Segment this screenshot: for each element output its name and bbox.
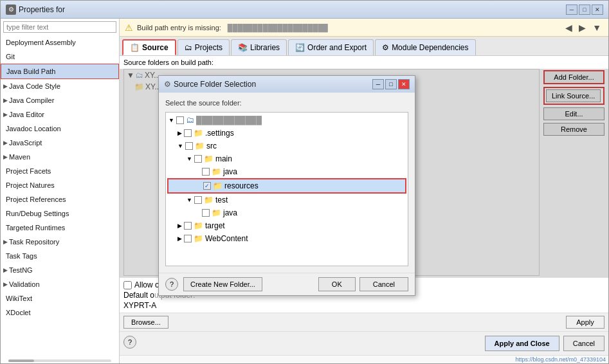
content-area: Deployment Assembly Git Java Build Path … [1, 19, 608, 363]
sidebar-item-validation[interactable]: ▶ Validation [1, 277, 119, 291]
tree-target-checkbox[interactable] [184, 222, 192, 230]
tree-root-checkbox[interactable] [176, 116, 184, 124]
tree-java-main-checkbox[interactable] [202, 168, 210, 176]
tab-libraries[interactable]: 📚 Libraries [231, 39, 287, 55]
dialog-icon: ⚙ [164, 80, 171, 89]
settings-folder-icon: 📁 [194, 127, 203, 139]
tree-target[interactable]: ▶ 📁 target [167, 219, 406, 232]
sidebar-item-project-references[interactable]: Project References [1, 192, 119, 206]
tree-webcontent[interactable]: ▶ 📁 WebContent [167, 232, 406, 245]
sidebar-item-deployment-assembly[interactable]: Deployment Assembly [1, 35, 119, 50]
xyprt-value: XYPRT-A [123, 301, 156, 310]
dialog-title-bar: ⚙ Source Folder Selection ─ □ ✕ [159, 76, 415, 93]
warning-text: Build path entry is missing: [137, 24, 221, 32]
xyprt-row: XYPRT-A [123, 301, 604, 310]
filter-input[interactable] [3, 21, 116, 33]
sidebar-item-java-build-path[interactable]: Java Build Path [1, 64, 119, 79]
java-test-folder-icon: 📁 [212, 207, 221, 219]
tab-order-export[interactable]: 🔄 Order and Export [288, 39, 374, 55]
sidebar-item-project-natures[interactable]: Project Natures [1, 178, 119, 192]
window-title: Properties for [19, 5, 65, 14]
right-panel: ⚠ Build path entry is missing: █████████… [120, 19, 608, 363]
sidebar-item-project-facets[interactable]: Project Facets [1, 164, 119, 178]
sidebar-item-task-repository[interactable]: ▶ Task Repository [1, 235, 119, 249]
tab-order-label: Order and Export [307, 43, 367, 52]
title-bar: ⚙ Properties for ─ □ ✕ [1, 1, 608, 19]
src-folder-icon: 📁 [195, 140, 205, 152]
final-buttons-bar: ? Apply and Close Cancel [120, 331, 608, 355]
close-button[interactable]: ✕ [592, 5, 603, 15]
tree-java-test[interactable]: ▶ 📁 java [167, 206, 406, 219]
dialog-bottom: ? Create New Folder... OK Cancel [159, 273, 415, 295]
dialog-cancel-button[interactable]: Cancel [359, 277, 408, 291]
tree-test-checkbox[interactable] [194, 196, 202, 204]
tree-src[interactable]: ▼ 📁 src [167, 140, 406, 152]
tree-main-checkbox[interactable] [194, 155, 202, 163]
dialog-maximize-button[interactable]: □ [385, 79, 397, 89]
dialog-instruction: Select the source folder: [165, 99, 408, 107]
apply-button[interactable]: Apply [566, 316, 604, 329]
tree-main[interactable]: ▼ 📁 main [167, 152, 406, 165]
tree-test[interactable]: ▼ 📁 test [167, 194, 406, 206]
sidebar-item-wikitext[interactable]: WikiText [1, 291, 119, 305]
webcontent-folder-icon: 📁 [194, 233, 203, 244]
help-container: ? [123, 336, 136, 351]
tab-source-label: Source [142, 43, 168, 52]
test-folder-icon: 📁 [204, 194, 214, 206]
cancel-button[interactable]: Cancel [563, 336, 604, 351]
sidebar-item-testng[interactable]: ▶ TestNG [1, 263, 119, 277]
sidebar-item-javadoc-location[interactable]: Javadoc Location [1, 122, 119, 136]
projects-tab-icon: 🗂 [185, 43, 192, 52]
create-folder-button[interactable]: Create New Folder... [183, 277, 262, 291]
tree-settings[interactable]: ▶ 📁 .settings [167, 127, 406, 140]
properties-window: ⚙ Properties for ─ □ ✕ Deployment Assemb… [0, 0, 609, 364]
tree-settings-checkbox[interactable] [184, 129, 192, 137]
warning-bar: ⚠ Build path entry is missing: █████████… [120, 19, 608, 37]
sidebar-item-xdoclet[interactable]: XDoclet [1, 305, 119, 320]
tab-source[interactable]: 📋 Source [122, 39, 176, 55]
title-controls: ─ □ ✕ [566, 5, 603, 15]
sidebar-item-maven[interactable]: ▶ Maven [1, 150, 119, 164]
tree-webcontent-checkbox[interactable] [184, 235, 192, 242]
sidebar-item-run-debug-settings[interactable]: Run/Debug Settings [1, 206, 119, 221]
sidebar-item-java-code-style[interactable]: ▶ Java Code Style [1, 79, 119, 93]
sidebar-item-git[interactable]: Git [1, 50, 119, 64]
tab-projects-label: Projects [195, 43, 223, 52]
dialog-help-button[interactable]: ? [165, 278, 178, 291]
tree-src-checkbox[interactable] [185, 142, 193, 150]
sidebar-item-java-compiler[interactable]: ▶ Java Compiler [1, 93, 119, 107]
dialog-minimize-button[interactable]: ─ [372, 79, 384, 89]
warning-icon: ⚠ [125, 23, 133, 33]
minimize-button[interactable]: ─ [566, 5, 577, 15]
main-folder-icon: 📁 [204, 153, 214, 165]
nav-back-button[interactable]: ◀ [563, 23, 574, 33]
tab-module-deps[interactable]: ⚙ Module Dependencies [375, 39, 475, 55]
dialog-ok-button[interactable]: OK [318, 277, 356, 291]
tree-java-main[interactable]: ▶ 📁 java [167, 165, 406, 178]
tab-projects[interactable]: 🗂 Projects [177, 39, 230, 55]
tree-resources-checkbox[interactable]: ✓ [203, 182, 211, 190]
sidebar-item-javascript[interactable]: ▶ JavaScript [1, 136, 119, 150]
target-label: target [205, 220, 225, 232]
java-main-folder-icon: 📁 [212, 166, 221, 177]
allow-checkbox[interactable] [123, 281, 132, 289]
tree-resources[interactable]: ▶ ✓ 📁 resources [167, 178, 406, 194]
src-label: src [206, 140, 217, 152]
source-label: Source folders on build path: [120, 56, 608, 69]
warning-nav: ◀ ▶ ▼ [563, 23, 603, 33]
sidebar-item-targeted-runtimes[interactable]: Targeted Runtimes [1, 221, 119, 235]
browse-button[interactable]: Browse... [123, 316, 168, 329]
apply-close-button[interactable]: Apply and Close [485, 336, 559, 351]
tree-java-test-checkbox[interactable] [202, 209, 210, 217]
sidebar-item-java-editor[interactable]: ▶ Java Editor [1, 107, 119, 122]
nav-forward-button[interactable]: ▶ [577, 23, 588, 33]
dialog-close-button[interactable]: ✕ [398, 79, 410, 89]
dialog-tree: ▼ 🗂 ████████████ ▶ � [165, 112, 408, 266]
maximize-button[interactable]: □ [579, 5, 590, 15]
nav-dropdown-button[interactable]: ▼ [590, 23, 603, 33]
settings-label: .settings [205, 127, 234, 139]
tree-root[interactable]: ▼ 🗂 ████████████ [167, 114, 406, 127]
help-button[interactable]: ? [123, 336, 136, 349]
sidebar-item-task-tags[interactable]: Task Tags [1, 249, 119, 263]
sidebar-list: Deployment Assembly Git Java Build Path … [1, 35, 119, 358]
